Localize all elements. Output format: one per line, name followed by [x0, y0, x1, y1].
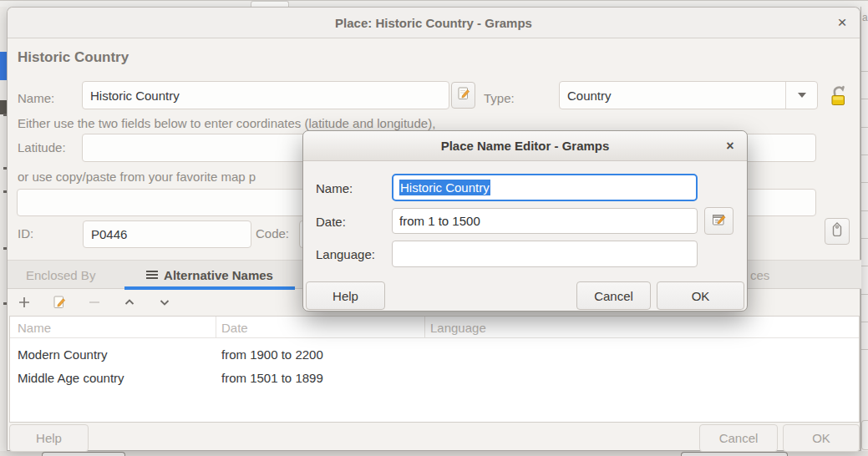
plus-icon [18, 296, 31, 309]
tab-label: ces [750, 268, 769, 282]
titlebar[interactable]: Place: Historic Country - Gramps × [8, 8, 860, 38]
underlying-selected-row-fragment [0, 52, 7, 80]
column-header-name[interactable]: Name [18, 321, 51, 335]
cell-name: Modern Country [18, 347, 108, 362]
language-input[interactable] [392, 241, 698, 267]
underlying-row-line [861, 322, 868, 322]
tab-label: Alternative Names [164, 268, 273, 282]
edit-pencil-icon [456, 86, 471, 104]
underlying-window-left-edge [0, 7, 7, 456]
cancel-button[interactable]: Cancel [699, 424, 778, 452]
date-value: from 1 to 1500 [399, 214, 480, 228]
close-icon[interactable]: × [831, 8, 853, 38]
calendar-edit-icon [711, 211, 728, 231]
type-dropdown[interactable]: Country [559, 81, 818, 109]
selected-text: Historic Country [399, 180, 490, 195]
column-divider [216, 317, 216, 338]
table-header-row: Name Date Language [10, 317, 859, 338]
copy-paste-hint-text: or use copy/paste from your favorite map… [18, 170, 256, 184]
minus-icon [88, 296, 101, 309]
list-icon [146, 268, 158, 282]
id-value: P0446 [91, 227, 127, 241]
code-label: Code: [256, 226, 289, 241]
dropdown-arrow-button[interactable] [785, 82, 817, 109]
lock-open-icon[interactable] [828, 84, 850, 112]
column-header-language[interactable]: Language [430, 321, 486, 335]
name-input[interactable]: Historic Country [82, 81, 449, 109]
tab-alternative-names[interactable]: Alternative Names [124, 261, 295, 289]
cell-name: Middle Age country [18, 371, 124, 385]
table-row[interactable]: Middle Age country from 1501 to 1899 [10, 367, 859, 390]
remove-button[interactable] [84, 291, 105, 313]
name-input[interactable]: Historic Country [392, 174, 698, 201]
date-input[interactable]: from 1 to 1500 [392, 208, 698, 234]
tab-partially-hidden[interactable]: ces [750, 261, 769, 289]
page-title: Historic Country [18, 49, 129, 66]
underlying-row-line [861, 182, 868, 183]
underlying-row-line [861, 71, 868, 72]
underlying-row-line [861, 155, 868, 155]
underlying-window-right-edge [860, 7, 868, 456]
chevron-down-icon [798, 93, 806, 98]
name-label: Name: [316, 181, 353, 195]
tab-label: Enclosed By [26, 268, 95, 282]
tab-enclosed-by[interactable]: Enclosed By [26, 261, 95, 289]
ok-button[interactable]: OK [783, 424, 860, 452]
underlying-row-line [861, 294, 868, 295]
id-label: ID: [18, 226, 33, 241]
chevron-up-icon [123, 296, 136, 309]
language-label: Language: [316, 247, 375, 261]
help-button[interactable]: Help [9, 424, 89, 452]
add-button[interactable] [13, 291, 35, 313]
alternative-names-table: Name Date Language Modern Country from 1… [9, 316, 860, 423]
underlying-window-top-edge [0, 0, 868, 7]
ok-button[interactable]: OK [657, 281, 744, 310]
id-input[interactable]: P0446 [83, 220, 251, 248]
underlying-button-fragment [681, 452, 788, 456]
type-label: Type: [484, 91, 515, 105]
move-down-button[interactable] [154, 291, 175, 313]
edit-pencil-icon [52, 295, 67, 310]
edit-name-button[interactable] [451, 82, 475, 109]
underlying-row-line [861, 127, 868, 128]
column-header-date[interactable]: Date [221, 321, 248, 335]
dialog-titlebar[interactable]: Place Name Editor - Gramps × [303, 131, 747, 161]
type-value: Country [567, 89, 612, 103]
column-divider [424, 317, 425, 338]
cell-date: from 1501 to 1899 [221, 371, 323, 385]
coordinates-hint-text: Either use the two fields below to enter… [18, 116, 435, 130]
tag-icon [829, 221, 845, 241]
underlying-text-fragment: a [862, 12, 868, 23]
tag-button[interactable] [825, 218, 850, 245]
underlying-dark-fragment [0, 100, 7, 114]
name-value: Historic Country [90, 89, 180, 103]
table-row[interactable]: Modern Country from 1900 to 2200 [10, 343, 859, 367]
edit-button[interactable] [48, 291, 70, 313]
underlying-row-line [861, 266, 868, 266]
dialog-title: Place Name Editor - Gramps [303, 131, 747, 161]
help-button[interactable]: Help [306, 281, 385, 310]
invoke-date-editor-button[interactable] [704, 207, 733, 235]
underlying-window-tab-fragment [251, 1, 289, 7]
latitude-label: Latitude: [18, 140, 66, 155]
underlying-row-line [861, 349, 868, 350]
window-title: Place: Historic Country - Gramps [8, 8, 860, 38]
close-icon[interactable]: × [720, 131, 740, 161]
place-name-editor-dialog: Place Name Editor - Gramps × Name: Histo… [302, 130, 748, 312]
latitude-input[interactable] [82, 134, 332, 162]
underlying-button-fragment [861, 420, 868, 450]
cancel-button[interactable]: Cancel [576, 281, 651, 310]
underlying-row-line [861, 238, 868, 239]
underlying-row-line [861, 210, 868, 211]
underlying-row-line [861, 99, 868, 99]
underlying-button-fragment [42, 452, 125, 456]
name-label: Name: [18, 91, 54, 105]
date-label: Date: [316, 215, 346, 229]
move-up-button[interactable] [119, 291, 140, 313]
chevron-down-icon [158, 296, 171, 309]
cell-date: from 1900 to 2200 [221, 347, 323, 362]
